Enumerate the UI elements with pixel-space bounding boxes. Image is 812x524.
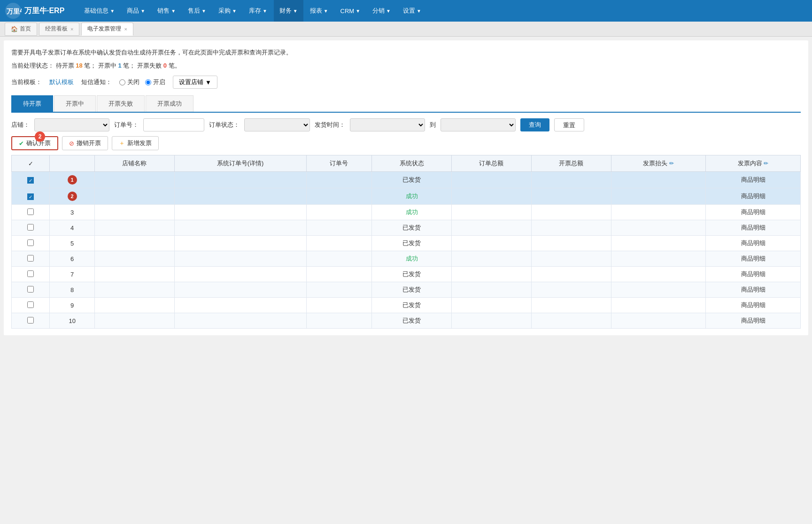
- set-store-arrow: ▼: [205, 79, 211, 86]
- td-no-4: 4: [50, 220, 94, 236]
- checkbox-checked-2[interactable]: ✓: [27, 193, 34, 200]
- td-order_total-3: [452, 205, 532, 220]
- nav-item-crm[interactable]: CRM ▼: [335, 0, 366, 22]
- tab-invoice-label: 电子发票管理: [87, 25, 121, 33]
- td-check-5: [12, 236, 50, 251]
- nav-item-basic-info[interactable]: 基础信息 ▼: [78, 0, 120, 22]
- td-invoice_total-3: [531, 205, 611, 220]
- td-no-7: 7: [50, 267, 94, 282]
- sub-tab-failed[interactable]: 开票失败: [97, 95, 145, 112]
- sms-on-option[interactable]: 开启: [145, 78, 165, 86]
- nav-item-aftersale[interactable]: 售后 ▼: [182, 0, 212, 22]
- td-invoice_total-5: [531, 236, 611, 251]
- nav-item-finance[interactable]: 财务 ▼: [274, 0, 303, 22]
- table-header-row: ✓ 店铺名称 系统订单号(详情) 订单号 系统状态 订单总额 开票总额 发票抬头…: [12, 155, 801, 172]
- tab-home[interactable]: 🏠 首页: [5, 23, 37, 36]
- nav-item-report[interactable]: 报表 ▼: [304, 0, 334, 22]
- td-order_no-6: [306, 251, 372, 267]
- tab-invoice-close[interactable]: ×: [124, 26, 127, 32]
- checkbox-7[interactable]: [27, 270, 34, 277]
- status-failed-label: 开票失败: [137, 62, 162, 69]
- td-invoice_header-8: [611, 282, 706, 298]
- td-invoice_content-7: 商品明细: [706, 267, 801, 282]
- td-invoice_header-2: [611, 188, 706, 205]
- reset-button[interactable]: 重置: [554, 118, 584, 131]
- th-order-total: 订单总额: [452, 155, 532, 172]
- td-order_total-2: [452, 188, 532, 205]
- checkbox-checked-1[interactable]: ✓: [27, 177, 34, 184]
- td-invoice_content-9: 商品明细: [706, 298, 801, 313]
- td-order_no-4: [306, 220, 372, 236]
- checkbox-9[interactable]: [27, 301, 34, 308]
- store-filter-select[interactable]: [34, 118, 109, 131]
- header-edit-icon[interactable]: ✏: [669, 160, 674, 167]
- sms-radio-group: 关闭 开启: [119, 78, 165, 86]
- cancel-invoice-button[interactable]: ⊘ 撤销开票: [62, 136, 108, 150]
- sub-tab-success[interactable]: 开票成功: [146, 95, 193, 112]
- th-store: 店铺名称: [94, 155, 174, 172]
- content-edit-icon[interactable]: ✏: [764, 160, 768, 167]
- ship-time-end-select[interactable]: [441, 118, 516, 131]
- nav-item-sales[interactable]: 销售 ▼: [152, 0, 181, 22]
- td-order_total-6: [452, 251, 532, 267]
- checkbox-6[interactable]: [27, 255, 34, 262]
- sms-label: 短信通知：: [81, 78, 112, 86]
- checkbox-4[interactable]: [27, 224, 34, 231]
- set-store-label: 设置店铺: [179, 78, 203, 86]
- main-content: 需要开具电子发票订单在系统中确认发货自动生成待开票任务，可在此页面中完成开票和查…: [4, 40, 808, 335]
- set-store-button[interactable]: 设置店铺 ▼: [173, 76, 217, 89]
- nav-item-settings[interactable]: 设置 ▼: [397, 0, 427, 22]
- table-row: 10已发货商品明细: [12, 313, 801, 329]
- tab-dashboard-close[interactable]: ×: [70, 26, 73, 32]
- checkbox-5[interactable]: [27, 239, 34, 246]
- template-link[interactable]: 默认模板: [49, 78, 74, 86]
- ship-time-from-select[interactable]: [350, 118, 425, 131]
- td-sys_status-5: 已发货: [372, 236, 452, 251]
- status-pending-count: 18: [76, 62, 82, 69]
- td-sys_order-1: [174, 172, 306, 188]
- nav-item-inventory[interactable]: 库存 ▼: [243, 0, 273, 22]
- checkbox-10[interactable]: [27, 317, 34, 324]
- sms-off-option[interactable]: 关闭: [119, 78, 139, 86]
- checkbox-8[interactable]: [27, 286, 34, 293]
- nav-menu: 基础信息 ▼ 商品 ▼ 销售 ▼ 售后 ▼ 采购 ▼ 库存 ▼ 财务 ▼ 报表 …: [78, 0, 807, 22]
- ship-time-to-label: 到: [430, 121, 436, 129]
- td-order_total-8: [452, 282, 532, 298]
- td-check-4: [12, 220, 50, 236]
- tab-invoice-mgmt[interactable]: 电子发票管理 ×: [81, 23, 133, 36]
- td-sys_status-9: 已发货: [372, 298, 452, 313]
- table-row: ✓2成功商品明细: [12, 188, 801, 205]
- order-no-label: 订单号：: [114, 121, 139, 129]
- td-sys_order-10: [174, 313, 306, 329]
- checkbox-3[interactable]: [27, 208, 34, 215]
- tab-dashboard[interactable]: 经营看板 ×: [39, 23, 79, 36]
- nav-item-purchase[interactable]: 采购 ▼: [213, 0, 242, 22]
- td-invoice_total-1: [531, 172, 611, 188]
- nav-item-product[interactable]: 商品 ▼: [121, 0, 151, 22]
- td-invoice_total-2: [531, 188, 611, 205]
- action-row: ✔ 确认开票 2 ⊘ 撤销开票 ＋ 新增发票: [11, 136, 801, 150]
- td-invoice_content-10: 商品明细: [706, 313, 801, 329]
- td-check-2: ✓: [12, 188, 50, 205]
- td-order_no-8: [306, 282, 372, 298]
- td-check-9: [12, 298, 50, 313]
- add-invoice-button[interactable]: ＋ 新增发票: [112, 136, 159, 150]
- sub-tab-invoicing[interactable]: 开票中: [54, 95, 96, 112]
- sms-off-radio[interactable]: [119, 79, 125, 85]
- top-navigation: 万里牛 万里牛·ERP 基础信息 ▼ 商品 ▼ 销售 ▼ 售后 ▼ 采购 ▼ 库…: [0, 0, 812, 22]
- th-sys-order: 系统订单号(详情): [174, 155, 306, 172]
- td-no-1: 1: [50, 172, 94, 188]
- query-button[interactable]: 查询: [520, 118, 549, 131]
- nav-item-distribution[interactable]: 分销 ▼: [367, 0, 396, 22]
- order-status-select[interactable]: [244, 118, 310, 131]
- td-invoice_content-5: 商品明细: [706, 236, 801, 251]
- td-sys_order-9: [174, 298, 306, 313]
- sub-tab-pending[interactable]: 待开票: [11, 95, 53, 112]
- td-sys_order-5: [174, 236, 306, 251]
- sms-on-radio[interactable]: [145, 79, 151, 85]
- th-invoice-header: 发票抬头 ✏: [611, 155, 706, 172]
- td-sys_order-6: [174, 251, 306, 267]
- order-no-input[interactable]: [143, 118, 204, 131]
- td-invoice_total-4: [531, 220, 611, 236]
- status-invoicing-label: 开票中: [98, 62, 116, 69]
